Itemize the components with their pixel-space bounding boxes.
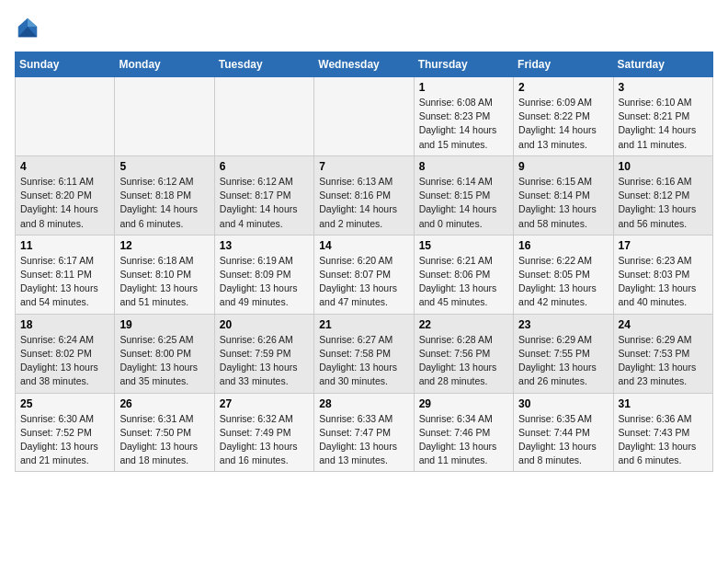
- calendar-cell: 9Sunrise: 6:15 AM Sunset: 8:14 PM Daylig…: [514, 155, 613, 235]
- day-info: Sunrise: 6:09 AM Sunset: 8:22 PM Dayligh…: [518, 96, 608, 152]
- day-info: Sunrise: 6:25 AM Sunset: 8:00 PM Dayligh…: [119, 333, 209, 389]
- calendar-cell: [314, 77, 414, 156]
- day-of-week-header: Wednesday: [314, 52, 414, 77]
- day-info: Sunrise: 6:24 AM Sunset: 8:02 PM Dayligh…: [20, 333, 109, 389]
- calendar-week-row: 25Sunrise: 6:30 AM Sunset: 7:52 PM Dayli…: [16, 393, 713, 472]
- day-number: 23: [518, 318, 608, 331]
- calendar-cell: 30Sunrise: 6:35 AM Sunset: 7:44 PM Dayli…: [514, 393, 613, 472]
- day-info: Sunrise: 6:26 AM Sunset: 7:59 PM Dayligh…: [220, 333, 309, 389]
- day-info: Sunrise: 6:12 AM Sunset: 8:17 PM Dayligh…: [220, 175, 309, 231]
- day-info: Sunrise: 6:22 AM Sunset: 8:05 PM Dayligh…: [518, 254, 608, 310]
- day-number: 7: [319, 160, 408, 173]
- calendar-cell: 5Sunrise: 6:12 AM Sunset: 8:18 PM Daylig…: [115, 155, 214, 235]
- calendar-cell: 4Sunrise: 6:11 AM Sunset: 8:20 PM Daylig…: [16, 155, 115, 235]
- day-number: 22: [419, 318, 508, 331]
- day-info: Sunrise: 6:30 AM Sunset: 7:52 PM Dayligh…: [20, 412, 109, 468]
- svg-marker-1: [28, 18, 37, 27]
- day-number: 3: [619, 81, 708, 94]
- day-info: Sunrise: 6:17 AM Sunset: 8:11 PM Dayligh…: [20, 254, 109, 310]
- day-number: 19: [119, 318, 209, 331]
- day-info: Sunrise: 6:23 AM Sunset: 8:03 PM Dayligh…: [619, 254, 708, 310]
- day-number: 31: [619, 397, 708, 410]
- day-info: Sunrise: 6:18 AM Sunset: 8:10 PM Dayligh…: [119, 254, 209, 310]
- day-number: 13: [220, 239, 309, 252]
- calendar-cell: 19Sunrise: 6:25 AM Sunset: 8:00 PM Dayli…: [115, 314, 214, 393]
- calendar-week-row: 1Sunrise: 6:08 AM Sunset: 8:23 PM Daylig…: [16, 77, 713, 156]
- day-info: Sunrise: 6:33 AM Sunset: 7:47 PM Dayligh…: [319, 412, 408, 468]
- calendar-table: SundayMondayTuesdayWednesdayThursdayFrid…: [15, 52, 713, 472]
- day-number: 29: [419, 397, 508, 410]
- calendar-cell: [115, 77, 214, 156]
- day-info: Sunrise: 6:12 AM Sunset: 8:18 PM Dayligh…: [119, 175, 209, 231]
- calendar-cell: 25Sunrise: 6:30 AM Sunset: 7:52 PM Dayli…: [16, 393, 115, 472]
- day-number: 24: [619, 318, 708, 331]
- calendar-cell: 11Sunrise: 6:17 AM Sunset: 8:11 PM Dayli…: [16, 235, 115, 314]
- calendar-cell: 21Sunrise: 6:27 AM Sunset: 7:58 PM Dayli…: [314, 314, 414, 393]
- day-info: Sunrise: 6:08 AM Sunset: 8:23 PM Dayligh…: [419, 96, 508, 152]
- calendar-cell: 13Sunrise: 6:19 AM Sunset: 8:09 PM Dayli…: [214, 235, 313, 314]
- day-number: 25: [20, 397, 109, 410]
- calendar-cell: 7Sunrise: 6:13 AM Sunset: 8:16 PM Daylig…: [314, 155, 414, 235]
- calendar-cell: 26Sunrise: 6:31 AM Sunset: 7:50 PM Dayli…: [115, 393, 214, 472]
- day-info: Sunrise: 6:34 AM Sunset: 7:46 PM Dayligh…: [419, 412, 508, 468]
- day-info: Sunrise: 6:15 AM Sunset: 8:14 PM Dayligh…: [518, 175, 608, 231]
- calendar-cell: 14Sunrise: 6:20 AM Sunset: 8:07 PM Dayli…: [314, 235, 414, 314]
- day-of-week-header: Saturday: [613, 52, 712, 77]
- day-number: 14: [319, 239, 408, 252]
- day-info: Sunrise: 6:14 AM Sunset: 8:15 PM Dayligh…: [419, 175, 508, 231]
- day-number: 6: [220, 160, 309, 173]
- day-number: 30: [518, 397, 608, 410]
- calendar-header-row: SundayMondayTuesdayWednesdayThursdayFrid…: [16, 52, 713, 77]
- logo: [15, 15, 44, 40]
- calendar-week-row: 4Sunrise: 6:11 AM Sunset: 8:20 PM Daylig…: [16, 155, 713, 235]
- day-number: 27: [220, 397, 309, 410]
- calendar-cell: 27Sunrise: 6:32 AM Sunset: 7:49 PM Dayli…: [214, 393, 313, 472]
- day-of-week-header: Monday: [115, 52, 214, 77]
- calendar-cell: 17Sunrise: 6:23 AM Sunset: 8:03 PM Dayli…: [613, 235, 712, 314]
- day-number: 28: [319, 397, 408, 410]
- calendar-cell: 15Sunrise: 6:21 AM Sunset: 8:06 PM Dayli…: [414, 235, 513, 314]
- calendar-cell: [16, 77, 115, 156]
- calendar-cell: 2Sunrise: 6:09 AM Sunset: 8:22 PM Daylig…: [514, 77, 613, 156]
- day-number: 10: [619, 160, 708, 173]
- day-number: 5: [119, 160, 209, 173]
- day-number: 1: [419, 81, 508, 94]
- day-number: 11: [20, 239, 109, 252]
- day-number: 26: [119, 397, 209, 410]
- day-of-week-header: Friday: [514, 52, 613, 77]
- day-info: Sunrise: 6:31 AM Sunset: 7:50 PM Dayligh…: [119, 412, 209, 468]
- calendar-cell: 18Sunrise: 6:24 AM Sunset: 8:02 PM Dayli…: [16, 314, 115, 393]
- calendar-cell: 22Sunrise: 6:28 AM Sunset: 7:56 PM Dayli…: [414, 314, 513, 393]
- page-header: [15, 15, 713, 40]
- calendar-cell: 31Sunrise: 6:36 AM Sunset: 7:43 PM Dayli…: [613, 393, 712, 472]
- calendar-cell: 3Sunrise: 6:10 AM Sunset: 8:21 PM Daylig…: [613, 77, 712, 156]
- calendar-cell: 12Sunrise: 6:18 AM Sunset: 8:10 PM Dayli…: [115, 235, 214, 314]
- day-info: Sunrise: 6:19 AM Sunset: 8:09 PM Dayligh…: [220, 254, 309, 310]
- calendar-week-row: 18Sunrise: 6:24 AM Sunset: 8:02 PM Dayli…: [16, 314, 713, 393]
- day-info: Sunrise: 6:21 AM Sunset: 8:06 PM Dayligh…: [419, 254, 508, 310]
- calendar-cell: 6Sunrise: 6:12 AM Sunset: 8:17 PM Daylig…: [214, 155, 313, 235]
- day-of-week-header: Thursday: [414, 52, 513, 77]
- calendar-cell: 29Sunrise: 6:34 AM Sunset: 7:46 PM Dayli…: [414, 393, 513, 472]
- day-number: 4: [20, 160, 109, 173]
- day-info: Sunrise: 6:29 AM Sunset: 7:53 PM Dayligh…: [619, 333, 708, 389]
- day-number: 8: [419, 160, 508, 173]
- day-number: 15: [419, 239, 508, 252]
- day-info: Sunrise: 6:27 AM Sunset: 7:58 PM Dayligh…: [319, 333, 408, 389]
- calendar-body: 1Sunrise: 6:08 AM Sunset: 8:23 PM Daylig…: [16, 77, 713, 472]
- day-number: 17: [619, 239, 708, 252]
- calendar-cell: 8Sunrise: 6:14 AM Sunset: 8:15 PM Daylig…: [414, 155, 513, 235]
- calendar-week-row: 11Sunrise: 6:17 AM Sunset: 8:11 PM Dayli…: [16, 235, 713, 314]
- day-of-week-header: Sunday: [16, 52, 115, 77]
- day-info: Sunrise: 6:13 AM Sunset: 8:16 PM Dayligh…: [319, 175, 408, 231]
- calendar-cell: 20Sunrise: 6:26 AM Sunset: 7:59 PM Dayli…: [214, 314, 313, 393]
- day-info: Sunrise: 6:29 AM Sunset: 7:55 PM Dayligh…: [518, 333, 608, 389]
- day-info: Sunrise: 6:16 AM Sunset: 8:12 PM Dayligh…: [619, 175, 708, 231]
- day-of-week-header: Tuesday: [214, 52, 313, 77]
- calendar-cell: [214, 77, 313, 156]
- calendar-cell: 28Sunrise: 6:33 AM Sunset: 7:47 PM Dayli…: [314, 393, 414, 472]
- calendar-cell: 24Sunrise: 6:29 AM Sunset: 7:53 PM Dayli…: [613, 314, 712, 393]
- day-number: 18: [20, 318, 109, 331]
- day-number: 9: [518, 160, 608, 173]
- calendar-cell: 16Sunrise: 6:22 AM Sunset: 8:05 PM Dayli…: [514, 235, 613, 314]
